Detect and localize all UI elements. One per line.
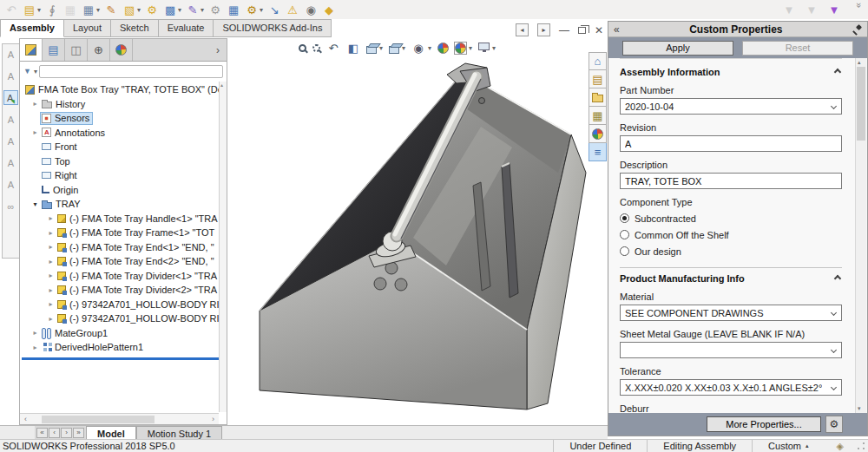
bom-table-icon[interactable]: ▦: [226, 1, 241, 18]
expander-icon[interactable]: ▸: [30, 329, 40, 337]
scroll-right-icon[interactable]: ›: [207, 415, 219, 423]
ribbon-tab-layout[interactable]: Layout: [64, 19, 111, 37]
resize-grip[interactable]: [856, 441, 866, 451]
appearances-icon[interactable]: [589, 125, 607, 143]
edit-appearance-icon[interactable]: [437, 43, 449, 54]
tree-item[interactable]: ▸(-) FMA Tote Tray Divider<2> "TRA: [20, 283, 227, 298]
expander-icon[interactable]: ▸: [46, 315, 56, 323]
insert-component-icon[interactable]: ▧▾: [122, 1, 141, 18]
scroll-thumb[interactable]: [42, 416, 155, 423]
edit-component-icon[interactable]: ✎: [103, 1, 119, 18]
expander-icon[interactable]: ▸: [30, 100, 40, 108]
more-properties-button[interactable]: More Properties...: [707, 416, 821, 432]
motion-study-icon[interactable]: ⚙: [207, 1, 223, 18]
expander-icon[interactable]: ▸: [46, 300, 56, 308]
collapse-section-icon[interactable]: [834, 275, 841, 282]
radio-button-icon[interactable]: [620, 213, 629, 223]
tolerance-combo[interactable]: X.XXX±0.020 X.XX±0.03 X.X±0.1 ANGLES±2°: [620, 379, 842, 396]
expander-icon[interactable]: ▸: [46, 229, 56, 237]
tree-item[interactable]: ▸(-) FMA Tote Tray End<2> "END, ": [20, 254, 227, 269]
view-palette-icon[interactable]: ▦: [589, 107, 607, 125]
tree-root-item[interactable]: FMA Tote Box Tray "TRAY, TOTE BOX" (De: [20, 82, 227, 97]
ribbon-tab-solidworks-add-ins[interactable]: SOLIDWORKS Add-Ins: [214, 19, 332, 37]
properties-settings-icon[interactable]: ⚙: [825, 416, 843, 433]
macro-note-4[interactable]: A: [3, 112, 18, 127]
dimxpertmanager-tab[interactable]: ⊕: [88, 39, 110, 61]
expander-icon[interactable]: ▸: [46, 214, 56, 222]
tree-item[interactable]: ▸(-) 97342A701_HOLLOW-BODY RIV: [20, 298, 227, 312]
hide-show-items-icon[interactable]: ◉▾: [411, 41, 431, 55]
panel-vertical-scrollbar[interactable]: ▴ ▾: [855, 58, 866, 413]
tree-item[interactable]: ▸(-) 97342A701_HOLLOW-BODY RIV: [20, 311, 227, 326]
filter-caret-icon[interactable]: ▾: [34, 68, 37, 75]
macro-note-6[interactable]: A: [3, 155, 18, 170]
filter-input[interactable]: [39, 65, 223, 78]
collapse-panel-icon[interactable]: «: [614, 23, 620, 36]
home-icon[interactable]: ⌂: [589, 52, 607, 70]
paperclip-icon[interactable]: ∮: [44, 1, 60, 18]
tab-model[interactable]: Model: [86, 426, 136, 439]
component-properties-icon[interactable]: ⚙▾: [244, 1, 264, 18]
section-assembly-information[interactable]: Assembly Information: [620, 67, 842, 77]
design-library-icon[interactable]: ▤: [589, 70, 607, 88]
featuremanager-tab[interactable]: [20, 39, 43, 61]
expander-icon[interactable]: ▸: [46, 272, 56, 279]
filter-icon-2[interactable]: ▼: [804, 1, 819, 18]
smart-fasteners-icon[interactable]: ⚙: [144, 1, 160, 18]
tree-filter[interactable]: ▼ ▾: [20, 62, 227, 81]
part-number-combo[interactable]: 2020-10-04: [620, 98, 842, 115]
tree-item[interactable]: Right: [20, 168, 227, 183]
tree-item[interactable]: Origin: [20, 183, 227, 198]
toolbar-options-chevron-icon[interactable]: »: [849, 1, 865, 18]
radio-button-icon[interactable]: [620, 246, 629, 256]
viewport-canvas[interactable]: ↶◧▾▾◉▾▾▾: [227, 38, 608, 425]
restore-icon[interactable]: [578, 27, 586, 34]
description-input[interactable]: [620, 173, 842, 189]
tile-windows-icon[interactable]: ▦▾: [81, 1, 101, 18]
tab-nav-icon-0[interactable]: «: [36, 428, 48, 438]
zoom-area-icon[interactable]: [312, 44, 320, 52]
tree-item[interactable]: ▸(-) FMA Tote Tray Frame<1> "TOT: [20, 226, 227, 240]
radio-our-design[interactable]: Our design: [620, 246, 842, 257]
scroll-track[interactable]: [31, 414, 207, 424]
tree-item[interactable]: ▸MateGroup1: [20, 326, 227, 341]
macro-note-1[interactable]: A: [3, 47, 18, 62]
tree-vertical-scrollbar[interactable]: [219, 82, 227, 412]
tab-motion-study-1[interactable]: Motion Study 1: [136, 426, 222, 439]
tree-item[interactable]: Front: [20, 140, 227, 154]
rollback-bar[interactable]: [22, 357, 221, 360]
panel-tabs-overflow-icon[interactable]: ›: [209, 39, 227, 61]
section-product-manufacturing-info[interactable]: Product Manufacturing Info: [620, 273, 842, 284]
tab-nav-icon-2[interactable]: ›: [61, 428, 72, 438]
ribbon-tab-assembly[interactable]: Assembly: [0, 19, 64, 37]
display-style-icon[interactable]: ▾: [389, 43, 405, 54]
undo-icon[interactable]: ↶: [3, 1, 19, 18]
pin-icon[interactable]: [852, 24, 862, 34]
filter-icon-1[interactable]: ▼: [781, 1, 797, 18]
expander-icon[interactable]: ▸: [46, 258, 56, 265]
open-icon[interactable]: ▤▾: [22, 1, 42, 18]
filter-funnel-icon[interactable]: ▼: [23, 67, 31, 75]
radio-common-off-the-shelf[interactable]: Common Off the Shelf: [620, 229, 842, 240]
edit-drawing-icon[interactable]: ✎▾: [185, 1, 205, 18]
close-icon[interactable]: ✕: [595, 24, 603, 36]
pane-left-icon[interactable]: ◂: [516, 23, 529, 36]
reset-button[interactable]: Reset: [742, 41, 853, 56]
revision-input[interactable]: [620, 135, 842, 152]
macro-note-7[interactable]: A: [3, 177, 18, 192]
collapse-section-icon[interactable]: [834, 69, 841, 75]
tree-horizontal-scrollbar[interactable]: ‹ ›: [20, 413, 219, 424]
expander-icon[interactable]: ▸: [46, 243, 56, 251]
macro-note-3[interactable]: A: [3, 90, 18, 105]
macro-link-8[interactable]: ∞: [3, 199, 18, 213]
configurationmanager-tab[interactable]: ◫: [65, 39, 88, 61]
interference-detection-icon[interactable]: ⚠: [285, 1, 300, 18]
minimize-icon[interactable]: —: [559, 24, 569, 36]
view-orientation-icon[interactable]: ▾: [366, 43, 383, 54]
camera-snapshot-icon[interactable]: ◉: [303, 1, 319, 18]
section-view-icon[interactable]: ◧: [346, 41, 360, 55]
zoom-fit-icon[interactable]: [299, 44, 306, 52]
scroll-thumb[interactable]: [857, 67, 865, 141]
custom-properties-icon[interactable]: ≡: [589, 143, 607, 161]
ribbon-tab-evaluate[interactable]: Evaluate: [159, 19, 214, 37]
